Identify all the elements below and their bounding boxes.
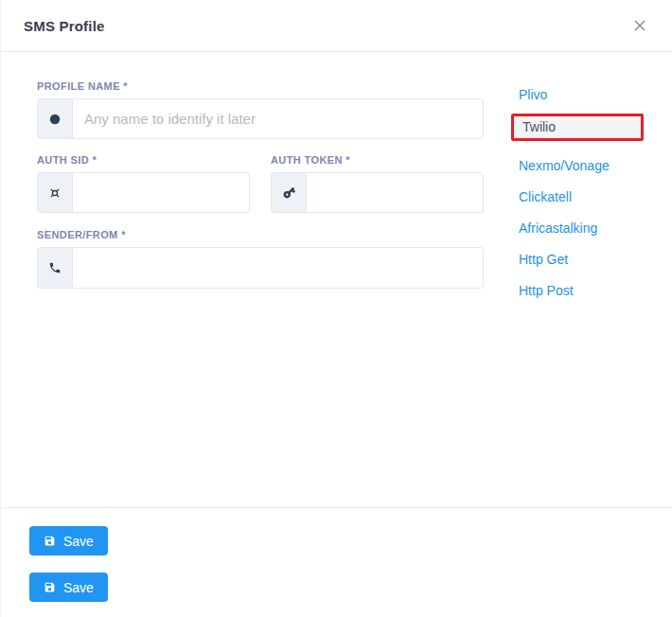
save-button-2-label: Save	[63, 580, 94, 595]
floppy-disk-icon	[44, 581, 56, 593]
provider-link-http-post[interactable]: Http Post	[511, 284, 574, 297]
provider-link-http-get[interactable]: Http Get	[511, 253, 568, 266]
sender-from-label: SENDER/FROM *	[37, 229, 484, 240]
profile-name-group: PROFILE NAME *	[37, 80, 484, 139]
close-icon	[632, 18, 647, 33]
save-button-secondary[interactable]: Save	[29, 573, 108, 602]
floppy-disk-icon	[44, 535, 56, 547]
provider-link-africastalking[interactable]: Africastalking	[511, 221, 597, 235]
provider-item-twilio-selected[interactable]: Twilio	[511, 114, 644, 141]
profile-name-label: PROFILE NAME *	[37, 80, 484, 92]
auth-token-input[interactable]	[307, 172, 484, 213]
auth-token-label: AUTH TOKEN *	[271, 154, 484, 166]
modal-title: SMS Profile	[24, 18, 105, 34]
auth-row: AUTH SID * AUTH TOKEN *	[37, 154, 484, 213]
auth-sid-label: AUTH SID *	[37, 154, 250, 166]
sender-from-group: SENDER/FROM *	[37, 229, 484, 289]
close-button[interactable]	[630, 16, 649, 35]
crosshair-icon	[37, 172, 73, 213]
sender-from-input[interactable]	[73, 247, 484, 289]
save-button[interactable]: Save	[29, 526, 108, 555]
provider-link-nexmo-vonage[interactable]: Nexmo/Vonage	[511, 159, 610, 172]
modal-footer: Save Save	[1, 507, 672, 617]
circle-icon	[37, 98, 73, 139]
provider-link-plivo[interactable]: Plivo	[511, 88, 547, 101]
phone-icon	[37, 247, 73, 289]
auth-token-group: AUTH TOKEN *	[271, 154, 484, 213]
sms-profile-form: PROFILE NAME * AUTH SID *	[37, 80, 484, 507]
sms-profile-modal: SMS Profile PROFILE NAME *	[0, 0, 672, 617]
key-icon	[271, 172, 307, 213]
provider-list-panel: Plivo Twilio Nexmo/Vonage Clickatell Afr…	[511, 80, 644, 507]
auth-sid-group: AUTH SID *	[37, 154, 250, 213]
modal-header: SMS Profile	[1, 0, 672, 52]
save-button-label: Save	[63, 534, 94, 549]
profile-name-input[interactable]	[73, 98, 484, 139]
modal-body: PROFILE NAME * AUTH SID *	[1, 52, 672, 507]
auth-sid-input[interactable]	[73, 172, 250, 213]
provider-link-clickatell[interactable]: Clickatell	[511, 190, 572, 203]
